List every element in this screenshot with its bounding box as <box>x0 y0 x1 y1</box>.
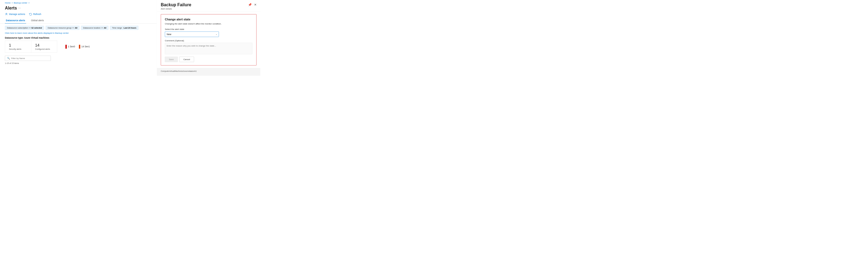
breadcrumb-sep2: > <box>28 1 30 4</box>
refresh-label: Refresh <box>33 13 41 15</box>
breadcrumb: Home > Backup center > <box>0 0 157 5</box>
comment-textarea[interactable] <box>165 43 252 54</box>
filter-subscription[interactable]: Datasource subscription == 62 selected <box>5 26 44 30</box>
left-panel: Home > Backup center > Alerts ··· Manage… <box>0 0 157 77</box>
manage-actions-button[interactable]: Manage actions <box>5 13 25 16</box>
comment-label: Comment (Optional) <box>165 39 252 42</box>
detail-section: Compute/virtualMachines/sourceiaasvm1 <box>157 68 260 76</box>
right-panel-subtitle: Alert details <box>161 8 191 10</box>
sev1-indicator: 14 Sev1 <box>79 45 90 48</box>
pin-icon[interactable]: 📌 <box>248 3 252 6</box>
info-link[interactable]: Click here to learn more about the alert… <box>0 30 157 35</box>
sev1-label: 14 Sev1 <box>82 45 90 48</box>
select-wrapper: New Acknowledged Closed ⌄ <box>165 32 219 37</box>
right-panel-header: Backup Failure Alert details 📌 ✕ <box>157 0 260 12</box>
alert-state-box: Change alert state Changing the alert st… <box>161 14 256 65</box>
page-title: Alerts <box>5 5 17 10</box>
detail-grid: Category Jobs First level container ID i… <box>157 76 260 77</box>
cancel-button[interactable]: Cancel <box>179 57 194 62</box>
breadcrumb-home[interactable]: Home <box>5 1 11 4</box>
breadcrumb-sep1: > <box>11 1 13 4</box>
close-button[interactable]: ✕ <box>254 3 256 6</box>
filter-time-range-label: Time range : <box>112 27 123 29</box>
filter-time-range-value: Last 24 hours <box>123 27 136 29</box>
filter-resource-group-value: All <box>75 27 78 29</box>
filter-subscription-label: Datasource subscription == <box>7 27 32 29</box>
refresh-button[interactable]: Refresh <box>29 13 41 16</box>
configured-alerts-card: 14 Configured alerts <box>31 40 57 53</box>
save-button[interactable]: Save <box>165 57 178 62</box>
alert-state-title: Change alert state <box>165 18 252 21</box>
tabs: Datasource alerts Global alerts <box>0 15 157 24</box>
filter-location[interactable]: Datasource location == All <box>81 26 108 30</box>
select-alert-state-group: Select the alert state New Acknowledged … <box>165 28 252 37</box>
security-alerts-label: Security alerts <box>9 48 27 50</box>
alert-state-select[interactable]: New Acknowledged Closed <box>165 32 219 37</box>
breadcrumb-backup-center[interactable]: Backup center <box>14 1 28 4</box>
filter-subscription-value: 62 selected <box>31 27 42 29</box>
sev0-dot <box>65 45 67 48</box>
filter-location-value: All <box>104 27 106 29</box>
datasource-heading: Datasource type: Azure Virtual machines <box>0 34 157 40</box>
items-count: 1-15 of 15 items <box>0 62 157 64</box>
search-icon: 🔍 <box>7 57 10 60</box>
more-options-button[interactable]: ··· <box>18 6 21 10</box>
tab-global[interactable]: Global alerts <box>30 18 45 24</box>
alert-state-description: Changing the alert state doesn't affect … <box>165 23 252 25</box>
right-panel-title: Backup Failure <box>161 2 191 7</box>
svg-point-0 <box>6 13 7 14</box>
tab-datasource[interactable]: Datasource alerts <box>5 18 26 24</box>
manage-actions-label: Manage actions <box>9 13 25 15</box>
right-panel-actions: 📌 ✕ <box>248 2 256 6</box>
configured-alerts-label: Configured alerts <box>35 48 54 50</box>
refresh-icon <box>29 13 32 16</box>
configured-alerts-count: 14 <box>35 43 54 48</box>
severity-indicators: 1 Sev0 14 Sev1 <box>61 45 95 48</box>
detail-path: Compute/virtualMachines/sourceiaasvm1 <box>161 70 256 72</box>
filter-resource-group[interactable]: Datasource resource group == All <box>45 26 79 30</box>
sev1-dot <box>79 45 81 48</box>
sev0-indicator: 1 Sev0 <box>65 45 75 48</box>
filters-area: Datasource subscription == 62 selected D… <box>0 24 157 30</box>
search-input[interactable] <box>11 57 49 59</box>
security-alerts-count: 1 <box>9 43 27 48</box>
sev0-label: 1 Sev0 <box>68 45 75 48</box>
filter-resource-group-label: Datasource resource group == <box>48 27 75 29</box>
right-panel: Backup Failure Alert details 📌 ✕ Change … <box>157 0 260 77</box>
select-state-label: Select the alert state <box>165 28 252 31</box>
comment-group: Comment (Optional) <box>165 39 252 54</box>
right-panel-title-group: Backup Failure Alert details <box>161 2 191 10</box>
filter-time-range[interactable]: Time range : Last 24 hours <box>110 26 138 30</box>
manage-actions-icon <box>5 13 8 16</box>
search-bar[interactable]: 🔍 <box>5 56 51 61</box>
security-alerts-card: 1 Security alerts <box>5 40 31 53</box>
page-title-area: Alerts ··· <box>0 5 157 10</box>
form-buttons: Save Cancel <box>165 57 252 62</box>
toolbar: Manage actions Refresh <box>0 10 157 15</box>
filter-location-label: Datasource location == <box>83 27 104 29</box>
